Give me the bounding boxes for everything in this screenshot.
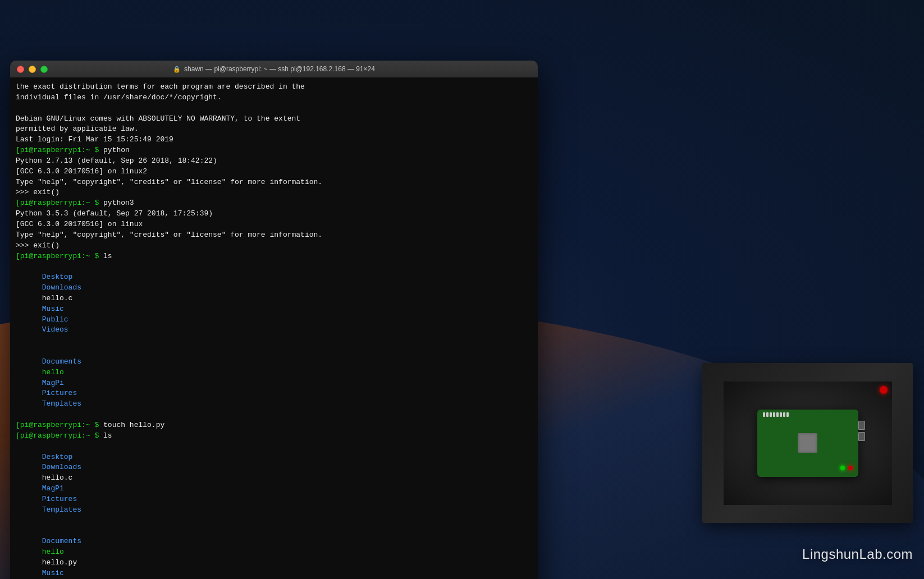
- term-line: [pi@raspberrypi:~ $ touch hello.py: [16, 420, 532, 431]
- ls2-output-row2: Documents hello hello.py Music Public Vi…: [16, 526, 532, 579]
- ls-output-row2: Documents hello MagPi Pictures Templates: [16, 346, 532, 420]
- term-line: Debian GNU/Linux comes with ABSOLUTELY N…: [16, 114, 532, 125]
- term-line: [pi@raspberrypi:~ $ python: [16, 145, 532, 156]
- record-icon: [880, 386, 888, 394]
- term-line: Type "help", "copyright", "credits" or "…: [16, 230, 532, 241]
- maximize-button[interactable]: [40, 66, 48, 73]
- terminal-titlebar: 🔒 shawn — pi@raspberrypi: ~ — ssh pi@192…: [10, 61, 538, 77]
- terminal-window: 🔒 shawn — pi@raspberrypi: ~ — ssh pi@192…: [10, 61, 538, 579]
- terminal-body[interactable]: the exact distribution terms for each pr…: [10, 77, 538, 579]
- terminal-title-text: shawn — pi@raspberrypi: ~ — ssh pi@192.1…: [184, 65, 375, 73]
- term-line: [pi@raspberrypi:~ $ ls: [16, 431, 532, 442]
- close-button[interactable]: [17, 66, 24, 73]
- term-line: Python 2.7.13 (default, Sep 26 2018, 18:…: [16, 156, 532, 167]
- terminal-title: 🔒 shawn — pi@raspberrypi: ~ — ssh pi@192…: [173, 65, 375, 73]
- term-line: Python 3.5.3 (default, Sep 27 2018, 17:2…: [16, 209, 532, 219]
- term-line: the exact distribution terms for each pr…: [16, 82, 532, 93]
- term-line: [GCC 6.3.0 20170516] on linux: [16, 219, 532, 230]
- term-line: individual files in /usr/share/doc/*/cop…: [16, 93, 532, 103]
- term-line: Last login: Fri Mar 15 15:25:49 2019: [16, 135, 532, 145]
- rpi-image: [702, 363, 913, 523]
- ls-output-row1: Desktop Downloads hello.c Music Public V…: [16, 261, 532, 346]
- term-line: [16, 103, 532, 114]
- watermark-text: LingshunLab.com: [802, 546, 913, 562]
- lock-icon: 🔒: [173, 66, 181, 73]
- ls2-output-row1: Desktop Downloads hello.c MagPi Pictures…: [16, 442, 532, 526]
- term-line: [pi@raspberrypi:~ $ python3: [16, 198, 532, 209]
- term-line: >>> exit(): [16, 187, 532, 198]
- term-line: permitted by applicable law.: [16, 124, 532, 135]
- term-line: >>> exit(): [16, 241, 532, 251]
- term-line: [GCC 6.3.0 20170516] on linux2: [16, 167, 532, 177]
- traffic-lights: [17, 66, 48, 73]
- term-line: [pi@raspberrypi:~ $ ls: [16, 251, 532, 262]
- rpi-camera-panel: [702, 363, 913, 523]
- term-line: Type "help", "copyright", "credits" or "…: [16, 177, 532, 188]
- minimize-button[interactable]: [29, 66, 36, 73]
- watermark: LingshunLab.com: [802, 546, 913, 562]
